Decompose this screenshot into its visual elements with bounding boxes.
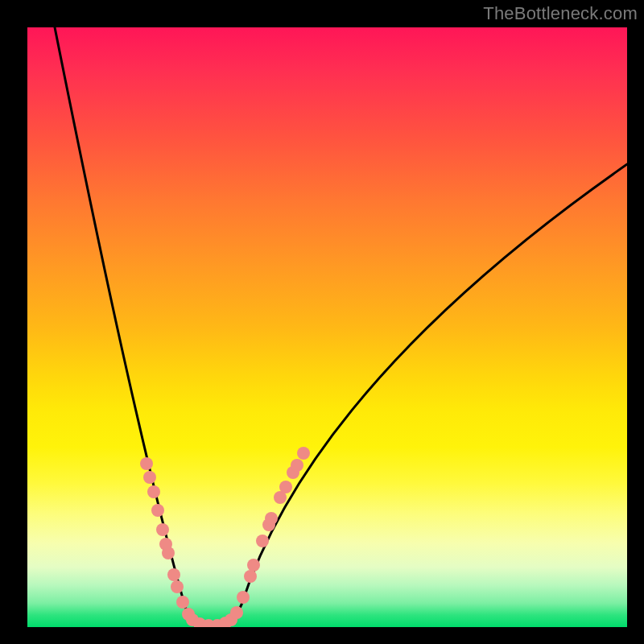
highlight-dot xyxy=(230,606,243,619)
highlight-dot xyxy=(279,481,292,493)
highlight-dot xyxy=(147,485,160,498)
highlight-dot xyxy=(151,504,164,517)
bottleneck-curve xyxy=(55,27,627,625)
highlight-dot xyxy=(162,547,175,559)
highlight-dot xyxy=(171,580,184,593)
highlight-dot xyxy=(247,559,260,572)
watermark-label: TheBottleneck.com xyxy=(483,3,638,24)
highlight-dot xyxy=(291,459,303,472)
highlight-dot xyxy=(140,457,153,470)
highlight-dot xyxy=(176,596,189,609)
highlight-dot xyxy=(237,591,250,604)
highlight-dot xyxy=(244,570,257,583)
highlight-dot xyxy=(143,471,156,484)
chart-svg xyxy=(27,27,627,627)
highlight-dot xyxy=(167,568,180,581)
plot-area xyxy=(27,27,627,627)
chart-outer-frame: TheBottleneck.com xyxy=(0,0,644,644)
highlight-dot xyxy=(256,535,269,547)
highlight-dot xyxy=(156,523,169,536)
highlight-dot xyxy=(297,447,310,460)
highlight-dot xyxy=(265,512,278,525)
